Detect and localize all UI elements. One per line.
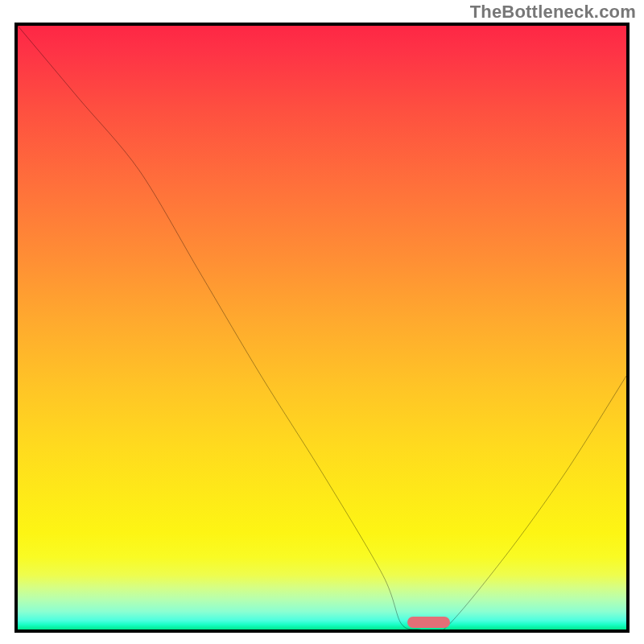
bottleneck-curve bbox=[18, 26, 626, 630]
attribution-text: TheBottleneck.com bbox=[470, 2, 636, 23]
chart-wrapper: TheBottleneck.com bbox=[0, 0, 644, 644]
optimal-range-marker bbox=[407, 617, 450, 628]
plot-area bbox=[14, 23, 630, 633]
